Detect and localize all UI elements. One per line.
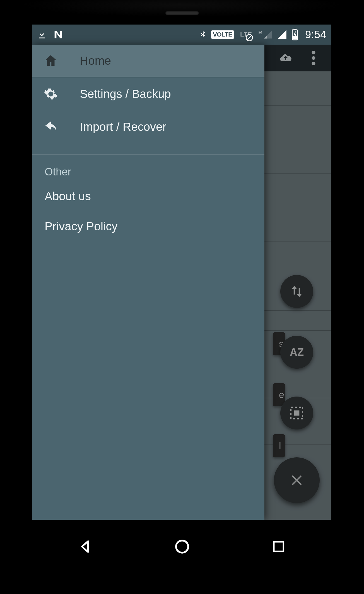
svg-point-8 [176,540,188,553]
status-right: VOLTE LTE R [198,29,326,41]
home-icon [41,53,61,68]
fab-stack: AZ [274,275,320,503]
fab-swap-vertical[interactable] [280,275,313,308]
nav-drawer: Home Settings / Backup Import / Recover … [32,45,264,520]
fab-close[interactable] [274,457,320,503]
gear-icon [41,87,61,101]
svg-rect-7 [294,411,300,416]
drawer-separator [32,154,264,155]
cloud-upload-icon[interactable] [278,50,293,66]
svg-rect-9 [274,542,283,552]
download-icon [37,29,47,40]
signal-full-icon [277,29,287,40]
battery-charging-icon [291,29,298,40]
phone-speaker [165,11,199,15]
drawer-link-privacy-policy[interactable]: Privacy Policy [32,211,264,242]
drawer-section-other: Other [32,157,264,181]
svg-rect-1 [294,29,296,30]
system-nav-bar [0,530,364,563]
nav-back-button[interactable] [74,535,97,558]
status-left [37,29,65,40]
screen: VOLTE LTE R [32,25,331,520]
drawer-item-label: Import / Recover [80,120,166,134]
drawer-item-import-recover[interactable]: Import / Recover [32,110,264,143]
drawer-item-home[interactable]: Home [32,45,264,78]
drawer-link-about-us[interactable]: About us [32,181,264,211]
az-icon: AZ [290,346,304,358]
drawer-item-settings-backup[interactable]: Settings / Backup [32,78,264,110]
drawer-link-label: Privacy Policy [45,220,117,233]
svg-point-5 [312,62,315,65]
drawer-item-label: Settings / Backup [80,87,171,101]
volte-badge: VOLTE [211,30,234,39]
fab-sort-az[interactable]: AZ [280,336,313,369]
lte-disabled-icon: LTE [238,29,255,40]
nav-home-button[interactable] [171,535,193,558]
more-vert-icon[interactable] [306,50,321,66]
bluetooth-icon [198,29,207,40]
drawer-link-label: About us [45,190,91,203]
signal-weak-roaming-icon: R [259,30,273,39]
fab-select-all[interactable] [280,397,313,429]
svg-point-4 [312,56,315,60]
android-n-icon [52,29,65,40]
drawer-item-label: Home [80,54,111,67]
status-bar: VOLTE LTE R [32,25,331,45]
svg-point-3 [312,51,315,54]
nav-recents-button[interactable] [267,535,290,558]
status-clock: 9:54 [305,29,326,41]
undo-icon [41,121,61,132]
device-frame: VOLTE LTE R [0,0,364,594]
